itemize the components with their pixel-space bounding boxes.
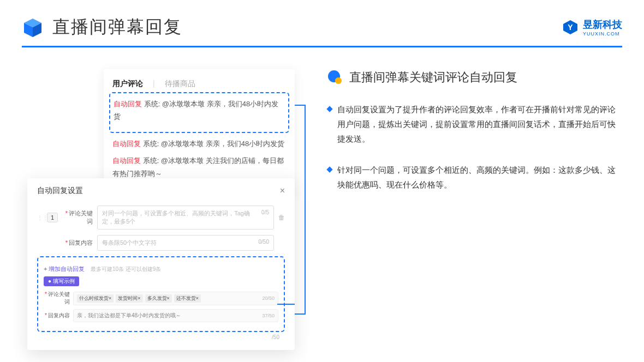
bullet-text: 自动回复设置为了提升作者的评论回复效率，作者可在开播前针对常见的评论用户问题，提… — [337, 102, 622, 146]
add-hint: 最多可建10条 还可以创建9条 — [91, 266, 161, 272]
reply-placeholder: 每条限50个中文字符 — [102, 239, 157, 247]
keyword-label: *评论关键词 — [62, 209, 93, 226]
reply-counter: 0/50 — [259, 239, 269, 247]
right-content: 直播间弹幕关键词评论自动回复 自动回复设置为了提升作者的评论回复效率，作者可在开… — [327, 69, 622, 208]
comment-item: 自动回复 系统: @冰墩墩本墩 亲亲，我们48小时内发货 — [114, 98, 285, 123]
tab-separator: | — [153, 79, 155, 89]
page-header: 直播间弹幕回复 Y 昱新科技 YUUXIN.COM — [0, 0, 644, 46]
auto-reply-tag: 自动回复 — [114, 100, 142, 108]
mockup-area: 用户评论 | 待播商品 自动回复 系统: @冰墩墩本墩 亲亲，我们48小时内发货… — [22, 69, 295, 208]
ex-reply-label: *回复内容 — [44, 312, 70, 319]
reply-label: *回复内容 — [62, 239, 93, 247]
section-title-text: 直播间弹幕关键词评论自动回复 — [349, 69, 517, 86]
diamond-icon — [326, 166, 332, 172]
tab-user-comments[interactable]: 用户评论 — [112, 79, 143, 89]
ex-tag: 发货时间× — [116, 294, 142, 303]
keyword-placeholder: 对同一个问题，可设置多个相近、高频的关键词，Tag确定，最多5个 — [102, 209, 261, 226]
comment-item: 自动回复 系统: @冰墩墩本墩 关注我们的店铺，每日都有热门推荐哟～ — [112, 154, 286, 180]
brand-logo: Y 昱新科技 YUUXIN.COM — [562, 18, 622, 37]
diamond-icon — [326, 106, 332, 112]
ex-keyword-label: *评论关键词 — [44, 291, 70, 306]
ex-reply-input[interactable]: 亲，我们这边都是下单48小时内发货的哦～ 37/50 — [73, 309, 278, 322]
svg-text:Y: Y — [568, 23, 573, 32]
ex-keyword-input[interactable]: 什么时候发货× 发货时间× 多久发货× 还不发货× 20/50 — [73, 292, 278, 305]
bullet-item: 针对同一个问题，可设置多个相近的、高频的关键词。例如：这款多少钱、这块能优惠吗、… — [327, 162, 622, 192]
brand-sub: YUUXIN.COM — [583, 31, 622, 37]
tab-pending-products[interactable]: 待播商品 — [165, 79, 195, 89]
cube-icon — [22, 16, 44, 38]
trailing-counter: /50 — [37, 334, 285, 340]
reply-input[interactable]: 每条限50个中文字符 0/50 — [97, 235, 274, 251]
drag-handle-icon[interactable]: ⋮⋮ — [37, 215, 43, 221]
add-auto-reply-link[interactable]: + 增加自动回复 — [44, 265, 85, 273]
settings-panel: 自动回复设置 × ⋮⋮ 1 *评论关键词 对同一个问题，可设置多个相近、高频的关… — [27, 178, 295, 350]
connector-line — [277, 304, 295, 305]
keyword-input[interactable]: 对同一个问题，可设置多个相近、高频的关键词，Tag确定，最多5个 0/5 — [97, 206, 274, 230]
bullet-item: 自动回复设置为了提升作者的评论回复效率，作者可在开播前针对常见的评论用户问题，提… — [327, 102, 622, 146]
comment-panel: 用户评论 | 待播商品 自动回复 系统: @冰墩墩本墩 亲亲，我们48小时内发货… — [104, 69, 295, 194]
auto-reply-tag: 自动回复 — [112, 156, 141, 165]
close-icon[interactable]: × — [280, 186, 285, 196]
example-box: + 增加自动回复 最多可建10条 还可以创建9条 ● 填写示例 *评论关键词 什… — [37, 256, 285, 332]
svg-point-6 — [335, 77, 342, 84]
comment-highlight-box: 自动回复 系统: @冰墩墩本墩 亲亲，我们48小时内发货 — [109, 92, 289, 133]
ex-tag: 多久发货× — [145, 294, 172, 303]
page-title: 直播间弹幕回复 — [52, 15, 182, 39]
ex-keyword-counter: 20/50 — [262, 295, 275, 301]
ex-tag: 什么时候发货× — [77, 294, 114, 303]
settings-title: 自动回复设置 — [37, 186, 83, 196]
brand-name: 昱新科技 — [583, 19, 622, 30]
ex-reply-counter: 37/50 — [262, 313, 275, 318]
bullet-text: 针对同一个问题，可设置多个相近的、高频的关键词。例如：这款多少钱、这块能优惠吗、… — [337, 162, 622, 192]
trash-icon[interactable]: 🗑 — [278, 214, 285, 221]
comment-item: 自动回复 系统: @冰墩墩本墩 亲亲，我们48小时内发货 — [112, 137, 286, 150]
bubble-icon — [327, 70, 343, 85]
connector-line — [295, 105, 306, 315]
example-badge: ● 填写示例 — [44, 276, 79, 286]
item-number: 1 — [47, 213, 58, 222]
auto-reply-tag: 自动回复 — [112, 140, 141, 148]
keyword-counter: 0/5 — [261, 209, 269, 226]
comment-text: 系统: @冰墩墩本墩 亲亲，我们48小时内发货 — [143, 140, 285, 148]
ex-reply-text: 亲，我们这边都是下单48小时内发货的哦～ — [77, 312, 181, 319]
ex-tag: 还不发货× — [174, 294, 201, 303]
